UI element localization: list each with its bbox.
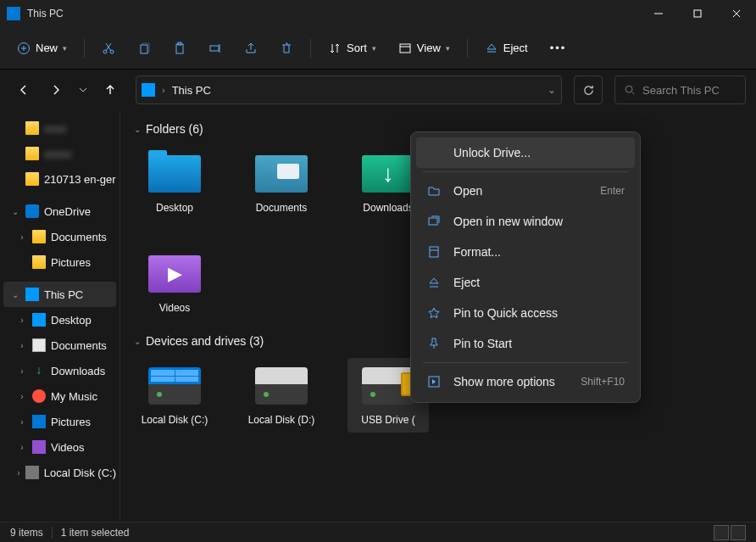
drive-d[interactable]: Local Disk (D:) xyxy=(241,358,322,433)
videos-folder-icon: ▶ xyxy=(148,255,201,293)
new-button[interactable]: New ▾ xyxy=(8,33,75,64)
ctx-unlock-drive[interactable]: Unlock Drive... xyxy=(416,137,635,168)
folder-icon xyxy=(32,255,46,269)
rename-button[interactable] xyxy=(200,33,231,64)
folder-icon xyxy=(25,147,39,160)
tree-onedrive[interactable]: ⌄OneDrive xyxy=(3,198,116,224)
svg-point-2 xyxy=(103,50,107,53)
chevron-down-icon: ⌄ xyxy=(134,125,141,134)
pin-icon xyxy=(426,336,442,351)
chevron-down-icon[interactable]: ⌄ xyxy=(10,207,20,216)
tree-documents[interactable]: ›Documents xyxy=(3,332,116,358)
separator xyxy=(52,527,53,539)
desktop-icon xyxy=(32,313,46,327)
downloads-icon: ↓ xyxy=(32,364,46,377)
details-view-button[interactable] xyxy=(714,525,729,540)
ctx-open-new-window[interactable]: Open in new window xyxy=(416,206,635,237)
tree-od-pictures[interactable]: Pictures xyxy=(3,249,116,275)
tree-pictures[interactable]: ›Pictures xyxy=(3,409,116,434)
up-button[interactable] xyxy=(97,76,124,103)
folder-desktop[interactable]: Desktop xyxy=(134,146,215,221)
share-button[interactable] xyxy=(236,33,266,64)
folder-icon xyxy=(25,172,39,186)
toolbar: New ▾ Sort ▾ View ▾ Eject ••• xyxy=(0,27,756,70)
back-button[interactable] xyxy=(10,76,37,103)
more-button[interactable]: ••• xyxy=(542,33,575,64)
chevron-right-icon[interactable]: › xyxy=(17,468,20,478)
chevron-right-icon[interactable]: › xyxy=(17,366,27,376)
delete-button[interactable] xyxy=(271,33,302,64)
ctx-pin-start[interactable]: Pin to Start xyxy=(416,328,635,359)
quick-item-3[interactable]: 210713 en-ger xyxy=(3,166,116,192)
chevron-right-icon[interactable]: › xyxy=(17,232,27,242)
sort-button[interactable]: Sort ▾ xyxy=(320,33,385,64)
refresh-button[interactable] xyxy=(574,75,603,104)
chevron-down-icon[interactable]: ⌄ xyxy=(548,84,556,96)
recent-button[interactable] xyxy=(75,76,92,103)
close-button[interactable] xyxy=(717,0,756,27)
cut-button[interactable] xyxy=(93,33,124,64)
chevron-down-icon[interactable]: ⌄ xyxy=(10,290,20,299)
chevron-right-icon[interactable]: › xyxy=(17,316,27,325)
tree-music[interactable]: ›My Music xyxy=(3,383,116,409)
chevron-right-icon[interactable]: › xyxy=(17,443,27,452)
main: xxxx xxxxx 210713 en-ger ⌄OneDrive ›Docu… xyxy=(0,110,756,522)
chevron-right-icon[interactable]: › xyxy=(17,341,27,350)
eject-icon xyxy=(426,275,442,290)
tree-videos[interactable]: ›Videos xyxy=(3,434,116,460)
drive-icon xyxy=(255,367,308,405)
drive-c[interactable]: Local Disk (C:) xyxy=(134,358,215,433)
folder-documents[interactable]: Documents xyxy=(241,146,322,221)
selected-count: 1 item selected xyxy=(61,527,130,539)
minimize-button[interactable] xyxy=(639,0,678,27)
breadcrumb-thispc[interactable]: This PC xyxy=(172,84,211,97)
search-box[interactable]: Search This PC xyxy=(614,75,746,104)
open-icon xyxy=(426,183,442,198)
svg-rect-7 xyxy=(210,46,219,51)
drive-icon xyxy=(25,466,39,479)
eject-label: Eject xyxy=(503,42,528,54)
pc-icon xyxy=(142,83,155,97)
star-icon xyxy=(426,305,442,321)
icons-view-button[interactable] xyxy=(731,525,746,540)
copy-button[interactable] xyxy=(129,33,159,64)
tree-od-documents[interactable]: ›Documents xyxy=(3,224,116,249)
music-icon xyxy=(32,389,46,403)
quick-item-1[interactable]: xxxx xyxy=(3,115,116,141)
eject-toolbar-button[interactable]: Eject xyxy=(476,33,536,64)
chevron-down-icon: ▾ xyxy=(63,44,67,53)
usb-drive-icon xyxy=(362,367,414,405)
search-placeholder: Search This PC xyxy=(642,84,720,97)
tree-local-c[interactable]: ›Local Disk (C:) xyxy=(3,460,116,485)
app-icon xyxy=(7,7,20,20)
status-bar: 9 items 1 item selected xyxy=(0,522,756,542)
view-toggle xyxy=(714,525,746,540)
view-label: View xyxy=(417,42,441,54)
titlebar: This PC xyxy=(0,0,756,27)
chevron-right-icon[interactable]: › xyxy=(17,392,27,401)
chevron-right-icon[interactable]: › xyxy=(17,417,27,427)
view-button[interactable]: View ▾ xyxy=(390,33,459,64)
quick-item-2[interactable]: xxxxx xyxy=(3,141,116,166)
tree-thispc[interactable]: ⌄This PC xyxy=(3,282,116,307)
item-count: 9 items xyxy=(10,527,43,539)
search-icon xyxy=(624,84,636,96)
svg-point-3 xyxy=(110,50,114,53)
ctx-eject[interactable]: Eject xyxy=(416,267,635,298)
address-bar[interactable]: › This PC ⌄ xyxy=(136,75,562,104)
chevron-down-icon: ▾ xyxy=(372,44,376,53)
pictures-icon xyxy=(32,415,46,428)
folder-icon xyxy=(25,121,39,135)
ctx-format[interactable]: Format... xyxy=(416,237,635,267)
ctx-pin-quick[interactable]: Pin to Quick access xyxy=(416,298,635,328)
tree-desktop[interactable]: ›Desktop xyxy=(3,307,116,332)
svg-rect-8 xyxy=(400,44,410,53)
svg-point-9 xyxy=(625,86,632,92)
folder-videos[interactable]: ▶Videos xyxy=(134,246,215,321)
forward-button[interactable] xyxy=(42,76,69,103)
paste-button[interactable] xyxy=(164,33,195,64)
tree-downloads[interactable]: ›↓Downloads xyxy=(3,358,116,383)
ctx-open[interactable]: OpenEnter xyxy=(416,176,635,206)
ctx-more-options[interactable]: Show more optionsShift+F10 xyxy=(416,366,635,397)
maximize-button[interactable] xyxy=(678,0,717,27)
